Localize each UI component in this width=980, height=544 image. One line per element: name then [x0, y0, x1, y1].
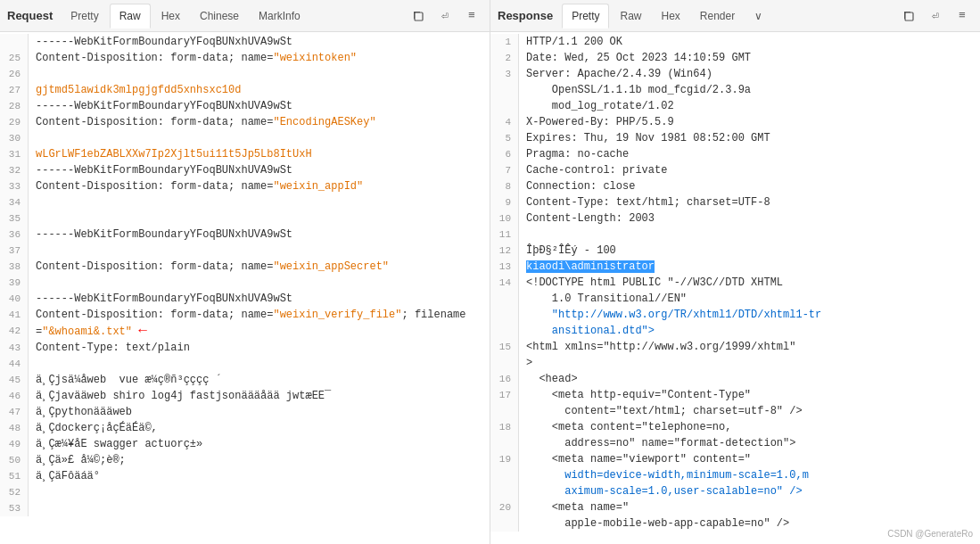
line-number: 26	[0, 66, 29, 82]
line-number: 36	[0, 227, 29, 243]
line-content: ansitional.dtd">	[519, 323, 980, 339]
line-content: ä¸ÇäFôäáä°	[29, 468, 490, 484]
table-row: 39	[0, 275, 490, 291]
table-row: width=device-width,minimum-scale=1.0,m	[490, 467, 980, 483]
response-menu-icon[interactable]: ≡	[951, 5, 973, 27]
line-number: 28	[0, 98, 29, 114]
table-row: 5Expires: Thu, 19 Nov 1981 08:52:00 GMT	[490, 130, 980, 146]
tab-request-raw[interactable]: Raw	[110, 4, 151, 29]
table-row: 34	[0, 194, 490, 210]
line-content: Content-Disposition: form-data; name="we…	[29, 307, 490, 323]
tab-request-pretty[interactable]: Pretty	[62, 4, 107, 28]
line-content: Expires: Thu, 19 Nov 1981 08:52:00 GMT	[519, 130, 980, 146]
line-content: ------WebKitFormBoundaryYFoqBUNxhUVA9wSt	[29, 291, 490, 307]
request-wrap-icon[interactable]: ⏎	[434, 5, 456, 27]
line-content	[29, 243, 490, 259]
request-copy-icon[interactable]	[408, 5, 429, 27]
svg-rect-0	[415, 12, 423, 21]
line-number: 38	[0, 259, 29, 275]
line-content	[29, 484, 490, 500]
line-number: 35	[0, 210, 29, 227]
table-row: 11	[490, 227, 980, 243]
table-row: 47ä¸Çpythonäääweb	[0, 404, 490, 420]
svg-rect-1	[905, 12, 913, 21]
line-number: 25	[0, 50, 29, 66]
line-content: ä¸Çjavääweb shiro log4j fastjsonäääåää j…	[29, 388, 490, 404]
request-code: ------WebKitFormBoundaryYFoqBUNxhUVA9wSt…	[0, 32, 490, 518]
table-row: ansitional.dtd">	[490, 323, 980, 339]
tab-response-chevron[interactable]: ∨	[745, 4, 771, 28]
line-number	[490, 467, 519, 483]
line-number	[490, 483, 519, 499]
table-row: 13kiaodi\administrator	[490, 259, 980, 275]
table-row: 17 <meta http-equiv="Content-Type"	[490, 387, 980, 403]
table-row: 37	[0, 243, 490, 259]
line-content: kiaodi\administrator	[519, 259, 980, 275]
line-content: ÎþÐ§²ÎÊý - 100	[519, 243, 980, 259]
line-content: 1.0 Transitional//EN"	[519, 291, 980, 307]
table-row: 40------WebKitFormBoundaryYFoqBUNxhUVA9w…	[0, 291, 490, 307]
line-number: 12	[490, 243, 519, 259]
line-content	[29, 194, 490, 210]
line-content: Content-Length: 2003	[519, 210, 980, 227]
line-number: 7	[490, 162, 519, 178]
line-number: 51	[0, 468, 29, 484]
line-content: Connection: close	[519, 178, 980, 194]
table-row: 49ä¸Çæ¼¥åE swagger actuorç±»	[0, 436, 490, 452]
line-number: 6	[490, 146, 519, 162]
table-row: 1HTTP/1.1 200 OK	[490, 34, 980, 50]
response-copy-icon[interactable]	[898, 5, 919, 27]
line-content: ------WebKitFormBoundaryYFoqBUNxhUVA9wSt	[29, 227, 490, 243]
line-number: 16	[490, 371, 519, 387]
table-row: 48ä¸Çdockerç¡åçÉäÉä©,	[0, 420, 490, 436]
line-content: <html xmlns="http://www.w3.org/1999/xhtm…	[519, 339, 980, 355]
line-number: 1	[490, 34, 519, 50]
line-content: ="&whoami&.txt" ←	[29, 323, 490, 340]
line-content: ä¸Çä»£ å¼©;è®;	[29, 452, 490, 468]
line-number: 46	[0, 388, 29, 404]
tab-response-pretty[interactable]: Pretty	[562, 4, 609, 29]
table-row: 26	[0, 66, 490, 82]
tab-request-chinese[interactable]: Chinese	[191, 4, 248, 28]
tab-response-raw[interactable]: Raw	[611, 4, 650, 28]
line-content	[29, 275, 490, 291]
line-content: Content-Disposition: form-data; name="we…	[29, 178, 490, 194]
line-content: <head>	[519, 371, 980, 387]
line-content: >	[519, 355, 980, 371]
line-number: 15	[490, 339, 519, 355]
line-content: ------WebKitFormBoundaryYFoqBUNxhUVA9wSt	[29, 162, 490, 178]
table-row: 29Content-Disposition: form-data; name="…	[0, 114, 490, 130]
response-wrap-icon[interactable]: ⏎	[925, 5, 946, 27]
line-content: <meta http-equiv="Content-Type"	[519, 387, 980, 403]
line-content: <meta content="telephone=no,	[519, 419, 980, 435]
table-row: 10Content-Length: 2003	[490, 210, 980, 227]
line-number: 34	[0, 194, 29, 210]
table-row: OpenSSL/1.1.1b mod_fcgid/2.3.9a	[490, 82, 980, 98]
tab-response-render[interactable]: Render	[691, 4, 744, 28]
tab-response-hex[interactable]: Hex	[653, 4, 689, 28]
table-row: 18 <meta content="telephone=no,	[490, 419, 980, 435]
line-number: 49	[0, 436, 29, 452]
line-number	[490, 515, 519, 532]
line-number: 3	[490, 66, 519, 82]
table-row: 28------WebKitFormBoundaryYFoqBUNxhUVA9w…	[0, 98, 490, 114]
line-content	[29, 66, 490, 82]
response-title: Response	[498, 9, 553, 22]
line-number	[490, 307, 519, 323]
line-content: <meta name="	[519, 499, 980, 515]
table-row: content="text/html; charset=utf-8" />	[490, 403, 980, 419]
line-content: ä¸Çjsä¼åweb vue æ¼ç®ñ³çççç ´	[29, 372, 490, 388]
line-number: 42	[0, 323, 29, 340]
line-content: address=no" name="format-detection">	[519, 435, 980, 451]
table-row: 16 <head>	[490, 371, 980, 387]
line-content	[29, 500, 490, 516]
request-menu-icon[interactable]: ≡	[461, 5, 482, 27]
line-content: Server: Apache/2.4.39 (Win64)	[519, 66, 980, 82]
table-row: 50ä¸Çä»£ å¼©;è®;	[0, 452, 490, 468]
tab-request-hex[interactable]: Hex	[152, 4, 189, 28]
tab-request-markinfo[interactable]: MarkInfo	[250, 4, 309, 28]
watermark: CSDN @GenerateRo	[887, 529, 973, 539]
table-row: 32------WebKitFormBoundaryYFoqBUNxhUVA9w…	[0, 162, 490, 178]
line-content: ------WebKitFormBoundaryYFoqBUNxhUVA9wSt	[29, 98, 490, 114]
table-row: 38Content-Disposition: form-data; name="…	[0, 259, 490, 275]
